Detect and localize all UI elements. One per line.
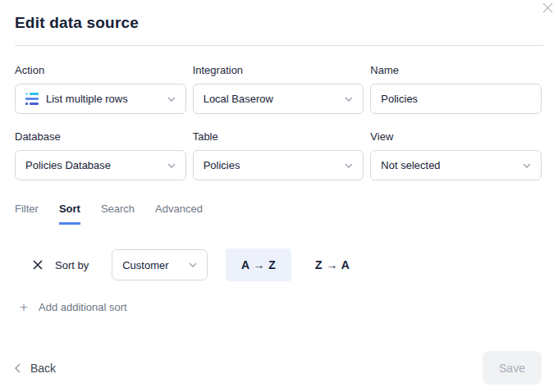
tab-search[interactable]: Search [101,203,135,225]
name-field-group: Name [370,64,542,114]
database-label: Database [15,130,186,143]
tab-filter[interactable]: Filter [15,203,39,225]
tab-sort[interactable]: Sort [59,203,80,225]
tab-bar: Filter Sort Search Advanced [0,203,558,225]
table-label: Table [193,130,364,143]
view-label: View [370,130,542,143]
plus-icon: + [20,300,31,314]
chevron-left-icon [15,363,21,373]
back-label: Back [30,362,56,375]
action-dropdown[interactable]: List multiple rows [15,84,186,114]
sort-by-label: Sort by [55,259,89,271]
modal-header: Edit data source [0,0,558,32]
table-value: Policies [204,159,339,171]
close-icon[interactable] [538,0,556,16]
data-source-form: Action List multiple rows Integration Lo… [0,46,558,180]
integration-label: Integration [193,64,364,76]
sort-ascending-button[interactable]: A → Z [226,248,291,281]
save-button[interactable]: Save [483,351,542,385]
sort-descending-button[interactable]: Z → A [300,248,365,281]
chevron-down-icon [345,163,353,168]
action-label: Action [15,64,186,76]
database-field-group: Database Policies Database [15,130,186,180]
chevron-down-icon [167,163,176,168]
view-field-group: View Not selected [370,130,542,180]
integration-dropdown[interactable]: Local Baserow [193,84,364,114]
sort-field-value: Customer [122,259,182,271]
remove-sort-icon[interactable] [31,258,44,271]
back-button[interactable]: Back [15,362,56,375]
table-dropdown[interactable]: Policies [193,150,364,180]
name-label: Name [370,64,542,76]
tab-advanced[interactable]: Advanced [155,203,203,225]
view-value: Not selected [381,159,516,171]
integration-value: Local Baserow [204,93,339,105]
table-field-group: Table Policies [193,130,364,180]
add-additional-sort-link[interactable]: + Add additional sort [0,300,558,314]
chevron-down-icon [345,97,353,102]
sort-row: Sort by Customer A → Z Z → A [0,248,558,281]
list-rows-icon [25,93,39,105]
chevron-down-icon [189,262,197,267]
modal-title: Edit data source [15,14,543,32]
action-field-group: Action List multiple rows [15,64,186,114]
view-dropdown[interactable]: Not selected [370,150,542,180]
sort-field-dropdown[interactable]: Customer [112,249,208,280]
integration-field-group: Integration Local Baserow [193,64,364,114]
action-value: List multiple rows [46,93,161,105]
database-value: Policies Database [25,159,161,171]
chevron-down-icon [523,163,531,168]
database-dropdown[interactable]: Policies Database [15,150,186,180]
modal-footer: Back Save [15,351,542,385]
edit-data-source-modal: Edit data source Action List multiple ro… [0,0,558,392]
name-input[interactable] [370,84,542,114]
add-additional-sort-label: Add additional sort [39,301,127,313]
chevron-down-icon [167,97,176,102]
